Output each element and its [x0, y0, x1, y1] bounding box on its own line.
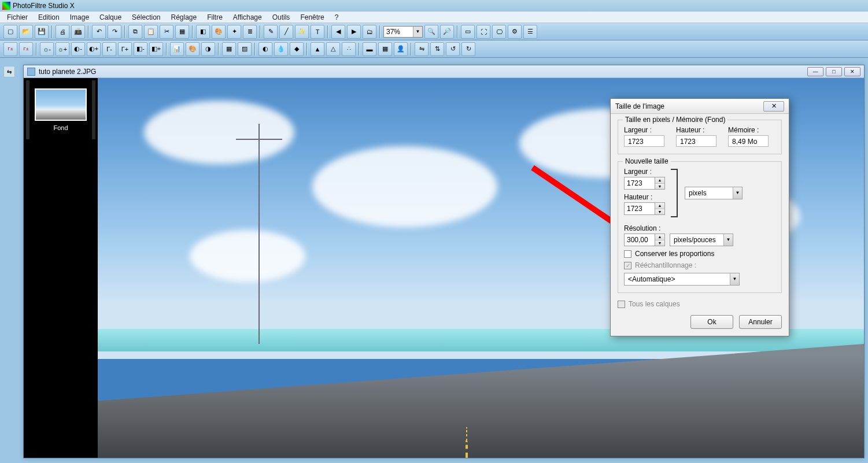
separator: [260, 25, 261, 38]
resolution-spinner[interactable]: ▲▼: [655, 234, 665, 246]
chevron-down-icon[interactable]: ▼: [733, 187, 742, 199]
ok-button[interactable]: Ok: [690, 315, 733, 329]
minimize-button[interactable]: —: [807, 67, 823, 76]
image-size-icon[interactable]: ◧: [196, 25, 210, 39]
menu-outils[interactable]: Outils: [268, 12, 295, 23]
chevron-down-icon[interactable]: ▼: [730, 273, 739, 285]
save-icon[interactable]: 💾: [35, 25, 49, 39]
height-spinner[interactable]: ▲▼: [655, 202, 665, 215]
menu-selection[interactable]: Sélection: [127, 12, 165, 23]
sepia-icon[interactable]: ▨: [238, 42, 252, 56]
brush-icon[interactable]: ✎: [264, 25, 278, 39]
height-label: Hauteur :: [624, 193, 665, 201]
slideshow-icon[interactable]: 🖵: [492, 25, 506, 39]
menu-edition[interactable]: Edition: [34, 12, 64, 23]
new-width-input[interactable]: [624, 177, 655, 190]
rotate-left-icon[interactable]: ↺: [446, 42, 460, 56]
close-button[interactable]: ✕: [763, 101, 784, 112]
rgb-icon[interactable]: ▦: [175, 25, 189, 39]
flip-v-icon[interactable]: ⇅: [430, 42, 444, 56]
zoom-out-icon[interactable]: 🔎: [440, 25, 454, 39]
separator: [51, 25, 53, 38]
line-icon[interactable]: ╱: [279, 25, 293, 39]
new-icon[interactable]: ▢: [3, 25, 17, 39]
relief-icon[interactable]: ▲: [311, 42, 324, 56]
menu-image[interactable]: Image: [65, 12, 94, 23]
auto-contrast-icon[interactable]: Γ±: [19, 42, 33, 56]
invert-icon[interactable]: ◐: [258, 42, 272, 56]
resample-checkbox[interactable]: ✓: [624, 262, 631, 269]
print-icon[interactable]: 🖨: [56, 25, 69, 39]
saturation-minus-icon[interactable]: ◧-: [134, 42, 147, 56]
maximize-button[interactable]: □: [826, 67, 842, 76]
photomask-icon[interactable]: 👤: [394, 42, 408, 56]
nav-next-icon[interactable]: ▶: [347, 25, 361, 39]
redo-icon[interactable]: ↷: [108, 25, 121, 39]
contrast-plus-icon[interactable]: ◐+: [87, 42, 101, 56]
menu-fichier[interactable]: Fichier: [2, 12, 32, 23]
flip-h-icon[interactable]: ⇋: [415, 42, 429, 56]
new-height-input[interactable]: [624, 202, 655, 215]
fx-icon[interactable]: ✦: [227, 25, 241, 39]
saturation-plus-icon[interactable]: ◧+: [149, 42, 163, 56]
wand-icon[interactable]: ✨: [295, 25, 309, 39]
chevron-down-icon[interactable]: ▼: [723, 234, 733, 246]
grayscale-icon[interactable]: ▦: [222, 42, 236, 56]
dialog-titlebar[interactable]: Taille de l'image ✕: [611, 99, 789, 114]
color-balance-icon[interactable]: ◑: [201, 42, 215, 56]
menu-help[interactable]: ?: [330, 12, 343, 23]
zoom-in-icon[interactable]: 🔍: [424, 25, 438, 39]
cancel-button[interactable]: Annuler: [739, 315, 782, 329]
document-titlebar[interactable]: tuto planete 2.JPG — □ ✕: [24, 65, 864, 78]
auto-level-icon[interactable]: Γ±: [3, 42, 17, 56]
keep-proportions-checkbox[interactable]: [624, 250, 631, 258]
brightness-minus-icon[interactable]: ☼-: [40, 42, 54, 56]
rotate-right-icon[interactable]: ↻: [461, 42, 475, 56]
histogram-icon[interactable]: 📊: [170, 42, 184, 56]
resolution-input[interactable]: [624, 234, 655, 246]
blur-icon[interactable]: 💧: [274, 42, 288, 56]
explorer-icon[interactable]: 🗂: [363, 25, 376, 39]
crop-icon[interactable]: ✂: [160, 25, 173, 39]
gamma-plus-icon[interactable]: Γ+: [118, 42, 132, 56]
close-button[interactable]: ✕: [844, 67, 860, 76]
menu-calque[interactable]: Calque: [95, 12, 126, 23]
layer-item[interactable]: Fond: [26, 80, 95, 139]
preferences-icon[interactable]: ☰: [523, 25, 537, 39]
resample-mode-combo[interactable]: <Automatique> ▼: [624, 273, 740, 286]
resolution-unit-combo[interactable]: pixels/pouces ▼: [670, 234, 733, 246]
nav-prev-icon[interactable]: ◀: [331, 25, 345, 39]
panel-toggle-icon[interactable]: ⇆: [3, 66, 15, 77]
menu-reglage[interactable]: Réglage: [166, 12, 201, 23]
width-spinner[interactable]: ▲▼: [655, 177, 665, 190]
menubar: Fichier Edition Image Calque Sélection R…: [0, 12, 868, 23]
fit-icon[interactable]: ▭: [461, 25, 475, 39]
tile-icon[interactable]: ▦: [378, 42, 392, 56]
brightness-plus-icon[interactable]: ☼+: [56, 42, 69, 56]
menu-affichage[interactable]: Affichage: [228, 12, 267, 23]
size-unit-combo[interactable]: pixels ▼: [685, 187, 743, 199]
gamma-minus-icon[interactable]: Γ-: [102, 42, 116, 56]
contrast-minus-icon[interactable]: ◐-: [71, 42, 85, 56]
scanner-icon[interactable]: 📠: [71, 25, 85, 39]
layers-icon[interactable]: ≣: [243, 25, 257, 39]
zoom-input[interactable]: [384, 27, 413, 37]
text-icon[interactable]: T: [311, 25, 324, 39]
paste-icon[interactable]: 📋: [144, 25, 158, 39]
hue-icon[interactable]: 🎨: [186, 42, 200, 56]
menu-fenetre[interactable]: Fenêtre: [296, 12, 328, 23]
noise-icon[interactable]: ∴: [342, 42, 356, 56]
fullscreen-icon[interactable]: ⛶: [477, 25, 490, 39]
menu-filtre[interactable]: Filtre: [202, 12, 227, 23]
undo-icon[interactable]: ↶: [92, 25, 106, 39]
current-height-value: 1723: [676, 135, 716, 147]
palette-icon[interactable]: 🎨: [212, 25, 226, 39]
copy-icon[interactable]: ⧉: [128, 25, 142, 39]
open-icon[interactable]: 📂: [19, 25, 33, 39]
chevron-down-icon[interactable]: ▼: [413, 27, 422, 37]
edge-icon[interactable]: △: [326, 42, 340, 56]
zoom-combo[interactable]: ▼: [383, 26, 423, 38]
automate-icon[interactable]: ⚙: [508, 25, 522, 39]
gradient-icon[interactable]: ▬: [363, 42, 376, 56]
sharpen-icon[interactable]: ◆: [290, 42, 304, 56]
